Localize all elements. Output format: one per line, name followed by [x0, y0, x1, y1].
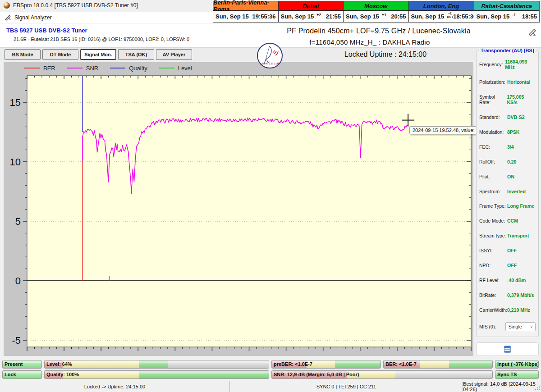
clock-time: 18:55	[522, 13, 537, 20]
transponder-label: NPD:	[479, 263, 507, 268]
bar-label: preBER: <1.0E-7	[274, 360, 312, 368]
transponder-value: CCM	[507, 218, 518, 223]
bar-label: SNR: 12,9 dB (Margin: 5,0 dB | Poor)	[274, 371, 359, 378]
bar-label: Level: 64%	[46, 360, 72, 368]
transponder-label: Stream type:	[479, 233, 507, 238]
transponder-value: 8PSK	[507, 129, 519, 135]
transponder-row-codemode: Code Mode:CCM	[477, 218, 538, 223]
transponder-row-standard: Standard:DVB-S2	[477, 114, 538, 120]
clock-2: DubaiSun, Sep 15+221:55	[279, 1, 344, 22]
transponder-value: 0,210 MHz	[507, 307, 530, 313]
record-button[interactable]	[476, 342, 539, 356]
signal-bar-ber: BER: <1.0E-7	[383, 360, 493, 369]
tab-signal-mon-[interactable]: Signal Mon.	[80, 49, 116, 60]
signal-bar-level: Level: 64%	[44, 360, 269, 369]
clock-city: London, Eng	[409, 1, 474, 11]
resize-grip[interactable]	[535, 385, 540, 391]
transponder-label: Pilot:	[479, 174, 507, 179]
statusbar-uptime: Locked -> Uptime: 24:15:00	[0, 381, 230, 392]
locked-uptime: Locked Uptime : 24:15:00	[289, 50, 482, 59]
bar-label: BER: <1.0E-7	[385, 360, 417, 368]
transponder-row-symbolrate: Symbol Rate:175,005 KS/s	[477, 94, 538, 105]
clock-utc-offset: +1	[382, 13, 386, 17]
transponder-row-spectrum: Spectrum:Inverted	[477, 189, 538, 194]
clock-4: London, EngSun, Sep 15-1DST18:55:36	[409, 1, 474, 22]
clock-date: Sun, Sep 15	[215, 13, 249, 20]
window-title: EBSpro 18.0.0.4 [TBS 5927 USB DVB-S2 Tun…	[13, 2, 138, 9]
clock-date: Sun, Sep 15	[281, 13, 314, 20]
tab-tsa-ok-[interactable]: TSA (OK)	[118, 49, 154, 60]
legend-swatch	[110, 68, 125, 68]
svg-text:15: 15	[10, 97, 21, 108]
mis-selected-value: Single	[508, 324, 522, 329]
legend-swatch	[67, 68, 83, 68]
transponder-label: Frame Type:	[479, 203, 507, 209]
svg-text:5: 5	[15, 216, 21, 227]
transponder-label: Symbol Rate:	[479, 94, 507, 105]
transponder-label: Standard:	[479, 114, 507, 120]
chevron-down-icon: ∨	[530, 324, 533, 329]
record-icon	[504, 346, 511, 353]
clock-time-row: Sun, Sep 15-118:55	[474, 11, 540, 22]
clock-utc-offset: -1	[512, 13, 516, 17]
clock-1: Berlin-Paris-Vienna-RomaSun, Sep 1519:55…	[213, 1, 279, 22]
transponder-row-polarization: Polarization:Horizontal	[477, 79, 538, 85]
statusbar-sync: SYNC 0 | TEI 259 | CC 211	[230, 381, 463, 392]
clock-time: 19:55:36	[252, 13, 275, 20]
transponder-label: RollOff:	[479, 159, 507, 164]
clock-date: Sun, Sep 15	[477, 13, 510, 20]
legend-item-level: Level	[159, 65, 192, 72]
legend-item-ber: BER	[24, 65, 55, 72]
signal-analyzer-icon	[5, 14, 12, 21]
legend-label: Level	[178, 65, 192, 72]
tuner-subtitle: 21.6E - Eutelsat 21B SES 16 (ID: 0216) @…	[14, 36, 189, 42]
bar-label: Lock	[5, 371, 16, 378]
satellite-dish-icon[interactable]	[527, 27, 537, 37]
transponder-label: ISSYI:	[479, 248, 507, 253]
dish-info-line: PF Prodelin 450cm+ LOF=9.75 GHz / Lucene…	[221, 27, 536, 35]
transponder-label: FEC:	[479, 144, 507, 150]
transponder-row-frametype: Frame Type:Long Frame	[477, 203, 538, 209]
legend-label: BER	[43, 65, 55, 72]
statusbar: Locked -> Uptime: 24:15:00 SYNC 0 | TEI …	[0, 381, 541, 392]
transponder-value: 0,379 Mbit/s	[507, 292, 534, 298]
bar-label: Quality: 100%	[46, 371, 79, 378]
tab-av-player[interactable]: AV Player	[156, 49, 192, 60]
transponder-row-mis: MIS (0):Single∨	[477, 322, 538, 331]
transponder-row-rflevel: RF Level:-40 dBm	[477, 278, 538, 283]
legend-item-snr: SNR	[67, 65, 98, 72]
bar-label: Input (~376 Kbps)	[497, 360, 539, 368]
toolbar-label[interactable]: Signal Analyzer	[14, 14, 52, 21]
transponder-value: Transport	[507, 233, 529, 238]
transponder-panel-title: Transponder (AU) [BS]	[479, 48, 536, 53]
transponder-row-modulation: Modulation:8PSK	[477, 129, 538, 135]
clock-city: Dubai	[279, 1, 344, 11]
transponder-row-issyi: ISSYI:OFF	[477, 248, 538, 253]
clock-city: Rabat-Casablanca	[474, 1, 540, 11]
transponder-value: -40 dBm	[507, 278, 526, 283]
status-bar-row-2: LockQuality: 100%SNR: 12,9 dB (Margin: 5…	[2, 370, 539, 379]
transponder-value: 0.20	[507, 159, 516, 164]
transponder-value: ON	[507, 174, 514, 179]
clock-city: Moscow	[344, 1, 408, 11]
clock-date: Sun, Sep 15	[346, 13, 379, 20]
transponder-row-fec: FEC:3/4	[477, 144, 538, 150]
clock-time-row: Sun, Sep 15-1DST18:55:36	[409, 11, 474, 22]
bar-label: Present	[5, 360, 23, 368]
chart-plot[interactable]: 151050-5	[4, 62, 473, 356]
tab-dt-mode[interactable]: DT Mode	[42, 49, 78, 60]
transponder-row-carrierwidth: CarrierWidth:0,210 MHz	[477, 307, 538, 313]
transponder-panel: Transponder (AU) [BS] Frequency:11604,09…	[476, 50, 539, 337]
clock-time: 21:55	[326, 13, 341, 20]
transponder-label: Spectrum:	[479, 189, 507, 194]
status-bar-row-1: PresentLevel: 64%preBER: <1.0E-7BER: <1.…	[2, 360, 539, 369]
signal-bar-lock: Lock	[2, 370, 42, 379]
transponder-label: BitRate:	[479, 292, 507, 298]
clock-utc-offset: +2	[316, 13, 321, 17]
clock-time-row: Sun, Sep 1519:55:36	[213, 11, 278, 22]
transponder-row-frequency: Frequency:11604,093 MHz	[477, 59, 538, 70]
signal-chart: BERSNRQualityLevel 151050-5 2024-09-15 1…	[4, 62, 473, 356]
transponder-row-streamtype: Stream type:Transport	[477, 233, 538, 238]
tab-bs-mode[interactable]: BS Mode	[5, 49, 41, 60]
mis-dropdown[interactable]: Single∨	[505, 322, 536, 331]
